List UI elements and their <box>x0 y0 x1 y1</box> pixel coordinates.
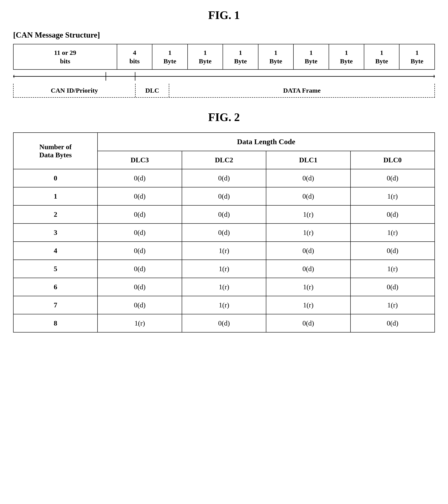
fig1-title: FIG. 1 <box>13 9 435 22</box>
fig2-section: FIG. 2 Number of Data Bytes Data Length … <box>13 111 435 332</box>
table-row: 60(d)1(r)1(r)0(d) <box>13 278 435 296</box>
cell-num-bytes: 5 <box>13 260 97 278</box>
fig2-title: FIG. 2 <box>13 111 435 124</box>
cell-dlc3: 0(d) <box>97 296 182 314</box>
cell-dlc3: 0(d) <box>97 169 182 187</box>
cell-dlc2: 0(d) <box>182 223 266 242</box>
cell-dlc2: 1(r) <box>182 278 266 296</box>
table-row: 10(d)0(d)0(d)1(r) <box>13 187 435 205</box>
arrows-row <box>13 70 435 83</box>
label-can-id: CAN ID/Priority <box>14 84 136 97</box>
sub-header-dlc1: DLC1 <box>266 151 350 169</box>
cell-dlc0: 1(r) <box>351 260 435 278</box>
sub-header-dlc2: DLC2 <box>182 151 266 169</box>
cell-byte-7: 1 Byte <box>364 44 399 70</box>
cell-dlc0: 0(d) <box>351 205 435 223</box>
can-message-table: 11 or 29 bits 4 bits 1 Byte 1 Byte 1 Byt… <box>13 44 435 70</box>
cell-dlc0: 0(d) <box>351 278 435 296</box>
cell-byte-4: 1 Byte <box>258 44 293 70</box>
cell-dlc1: 0(d) <box>266 169 350 187</box>
fig1-labels-container: CAN ID/Priority DLC DATA Frame <box>13 84 435 98</box>
cell-byte-1: 1 Byte <box>152 44 187 70</box>
svg-marker-2 <box>434 74 435 78</box>
cell-dlc0: 1(r) <box>351 296 435 314</box>
label-data-frame: DATA Frame <box>169 84 434 97</box>
cell-dlc3: 0(d) <box>97 260 182 278</box>
cell-num-bytes: 3 <box>13 223 97 242</box>
cell-num-bytes: 8 <box>13 314 97 332</box>
col-header-dlc: Data Length Code <box>97 133 435 151</box>
cell-dlc2: 1(r) <box>182 260 266 278</box>
cell-dlc2: 1(r) <box>182 242 266 260</box>
cell-num-bytes: 7 <box>13 296 97 314</box>
cell-dlc2: 0(d) <box>182 169 266 187</box>
fig1-section: FIG. 1 [CAN Message Structure] 11 or 29 … <box>13 9 435 98</box>
col-header-num-bytes: Number of Data Bytes <box>13 133 97 169</box>
cell-dlc1: 1(r) <box>266 278 350 296</box>
cell-dlc3: 0(d) <box>97 278 182 296</box>
cell-dlc2: 0(d) <box>182 187 266 205</box>
table-row: 70(d)1(r)1(r)1(r) <box>13 296 435 314</box>
label-dlc: DLC <box>136 84 169 97</box>
cell-dlc3: 0(d) <box>97 223 182 242</box>
cell-dlc1: 0(d) <box>266 187 350 205</box>
sub-header-dlc3: DLC3 <box>97 151 182 169</box>
cell-dlc3: 0(d) <box>97 242 182 260</box>
cell-dlc2: 1(r) <box>182 296 266 314</box>
table-row: 40(d)1(r)0(d)0(d) <box>13 242 435 260</box>
cell-dlc2: 0(d) <box>182 314 266 332</box>
cell-num-bytes: 4 <box>13 242 97 260</box>
cell-dlc0: 0(d) <box>351 242 435 260</box>
cell-num-bytes: 0 <box>13 169 97 187</box>
cell-byte-3: 1 Byte <box>223 44 258 70</box>
cell-byte-2: 1 Byte <box>188 44 223 70</box>
cell-dlc0: 1(r) <box>351 187 435 205</box>
cell-dlc3: 0(d) <box>97 205 182 223</box>
cell-dlc1: 1(r) <box>266 296 350 314</box>
cell-dlc0: 0(d) <box>351 314 435 332</box>
cell-dlc3: 1(r) <box>97 314 182 332</box>
cell-id-bits: 11 or 29 bits <box>13 44 117 70</box>
cell-dlc1: 1(r) <box>266 223 350 242</box>
cell-dlc1: 0(d) <box>266 314 350 332</box>
table-row: 50(d)1(r)0(d)1(r) <box>13 260 435 278</box>
cell-byte-6: 1 Byte <box>329 44 364 70</box>
table-row: 81(r)0(d)0(d)0(d) <box>13 314 435 332</box>
table-row: 30(d)0(d)1(r)1(r) <box>13 223 435 242</box>
cell-dlc1: 0(d) <box>266 242 350 260</box>
cell-dlc3: 0(d) <box>97 187 182 205</box>
cell-dlc0: 0(d) <box>351 169 435 187</box>
svg-marker-1 <box>13 74 14 78</box>
cell-byte-8: 1 Byte <box>399 44 435 70</box>
cell-num-bytes: 2 <box>13 205 97 223</box>
fig1-section-label: [CAN Message Structure] <box>13 30 435 39</box>
cell-num-bytes: 6 <box>13 278 97 296</box>
cell-dlc0: 1(r) <box>351 223 435 242</box>
cell-dlc1: 1(r) <box>266 205 350 223</box>
cell-num-bytes: 1 <box>13 187 97 205</box>
sub-header-dlc0: DLC0 <box>351 151 435 169</box>
cell-4bits: 4 bits <box>117 44 152 70</box>
dlc-table: Number of Data Bytes Data Length Code DL… <box>13 132 435 332</box>
cell-dlc1: 0(d) <box>266 260 350 278</box>
table-row: 00(d)0(d)0(d)0(d) <box>13 169 435 187</box>
cell-byte-5: 1 Byte <box>293 44 329 70</box>
cell-dlc2: 0(d) <box>182 205 266 223</box>
table-row: 20(d)0(d)1(r)0(d) <box>13 205 435 223</box>
